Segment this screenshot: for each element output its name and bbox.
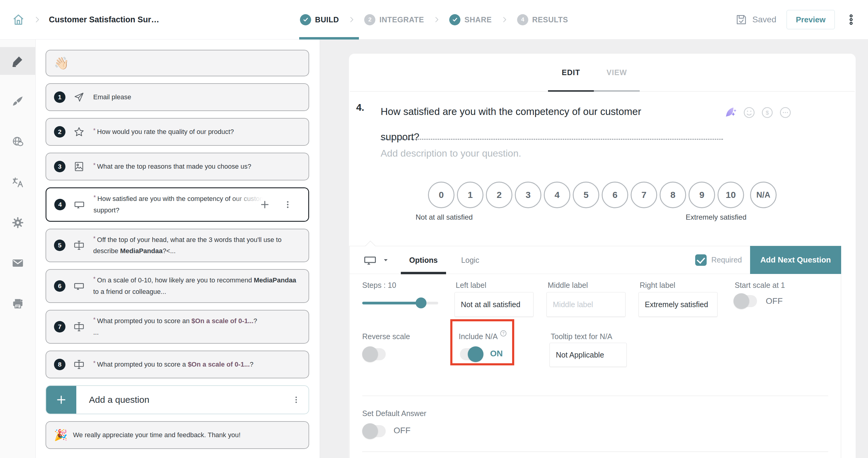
step-check-icon [300,14,311,25]
add-question-plus-block[interactable] [46,386,76,414]
dollar-icon[interactable]: $ [761,106,774,119]
include-na-toggle[interactable] [460,348,482,360]
question-card-5[interactable]: 5*Off the top of your head, what are the… [45,229,309,263]
slider-thumb[interactable] [415,298,427,308]
scale-option-N/A[interactable]: N/A [750,182,777,208]
question-card-1[interactable]: 1Email please [45,83,309,111]
help-icon[interactable]: ? [499,330,507,337]
start-scale-state: OFF [766,296,783,306]
required-toggle[interactable]: Required [695,246,742,274]
scale-option-5[interactable]: 5 [573,182,599,208]
sidebar-item-print[interactable] [0,289,36,317]
tab-edit[interactable]: EDIT [548,54,594,91]
scale-option-8[interactable]: 8 [660,182,686,208]
plus-icon [259,199,270,210]
question-card-6[interactable]: 6*On a scale of 0-10, how likely are you… [45,269,309,303]
opinion-scale-icon [73,280,85,292]
top-header: Customer Satisfaction Sur… BUILD2INTEGRA… [0,0,868,39]
plus-icon [55,394,67,406]
question-settings-card: Options Logic Required Add Next Question… [349,246,841,458]
step-integrate[interactable]: 2INTEGRATE [364,14,424,25]
add-question-after-button[interactable] [259,199,270,210]
pencil-icon [11,55,24,67]
svg-text:$: $ [766,110,769,116]
left-icon-rail [0,39,36,458]
sidebar-item-email[interactable] [0,249,36,277]
sidebar-item-build[interactable] [0,47,36,75]
step-results[interactable]: 4RESULTS [517,14,568,25]
survey-builder-app: { "colors": { "accent_teal": "#4f8f9a", … [0,0,868,458]
welcome-card[interactable]: 👋🏻 [45,50,309,76]
check-icon [302,16,309,24]
thank-you-card[interactable]: 🎉We really appreciate your time and feed… [45,421,309,449]
smiley-icon[interactable] [743,106,756,119]
sidebar-item-web[interactable] [0,128,36,156]
sidebar-item-translate[interactable] [0,169,36,196]
brush-icon [11,95,24,108]
kebab-icon [845,13,857,26]
question-card-7[interactable]: 7*What prompted you to score an $On a sc… [45,310,309,344]
scale-option-2[interactable]: 2 [486,182,513,208]
left-label-label: Left label [456,281,486,289]
steps-label: Steps : 10 [362,281,396,289]
step-share[interactable]: SHARE [450,14,492,25]
scale-option-0[interactable]: 0 [428,182,455,208]
thank-you-text: We really appreciate your time and feedb… [73,429,244,441]
scale-option-7[interactable]: 7 [631,182,657,208]
question-card-3[interactable]: 3*What are the top reasons that made you… [45,153,309,180]
start-scale-label: Start scale at 1 [735,281,785,289]
right-label-input[interactable] [639,292,717,317]
scale-option-6[interactable]: 6 [602,182,628,208]
question-number-badge: 1 [54,91,65,103]
red-highlight-annotation [450,319,514,365]
home-button[interactable] [11,13,25,27]
question-menu-button[interactable] [283,200,292,209]
scale-option-1[interactable]: 1 [457,182,484,208]
more-icon[interactable] [779,106,792,119]
reverse-scale-toggle[interactable] [364,348,386,360]
text-input-icon [73,240,85,251]
home-icon [11,13,25,27]
sidebar-item-settings[interactable] [0,209,36,237]
question-toolbar: $ [724,105,792,120]
question-card-4[interactable]: 4*How satisfied are you with the compete… [45,187,309,222]
required-checkbox[interactable] [695,254,707,266]
scale-option-4[interactable]: 4 [544,182,570,208]
scale-left-caption: Not at all satisfied [415,213,473,221]
chevron-right-icon [433,16,441,24]
add-question-menu-button[interactable] [292,395,301,404]
start-scale-toggle[interactable] [735,295,757,307]
survey-title[interactable]: Customer Satisfaction Sur… [49,15,159,25]
save-status-label: Saved [752,15,776,25]
text-input-icon [73,240,85,251]
set-default-toggle[interactable] [364,425,386,437]
more-icon [779,106,792,119]
question-type-selector[interactable] [363,246,390,274]
scale-option-10[interactable]: 10 [717,182,744,208]
tab-options[interactable]: Options [401,246,446,274]
left-label-input[interactable] [455,292,533,317]
required-asterisk: * [93,127,96,134]
scale-option-9[interactable]: 9 [688,182,715,208]
question-title[interactable]: How satisfied are you with the competenc… [381,99,672,150]
question-card-8[interactable]: 8*What prompted you to score a $On a sca… [45,350,309,378]
tooltip-na-input[interactable] [550,343,627,367]
ai-feather-icon[interactable] [724,105,738,120]
text-input-icon [73,321,85,333]
add-question-card[interactable]: Add a question [45,385,309,414]
tab-logic[interactable]: Logic [451,246,490,274]
scale-option-3[interactable]: 3 [515,182,541,208]
more-menu-button[interactable] [845,13,857,26]
opinion-scale-icon [73,199,85,210]
question-description-placeholder[interactable]: Add description to your question. [381,148,521,159]
steps-slider[interactable] [362,302,438,304]
preview-button[interactable]: Preview [786,10,835,29]
add-next-question-button[interactable]: Add Next Question [750,246,841,274]
sidebar-item-design[interactable] [0,88,36,115]
opinion-scale-icon [73,280,85,292]
question-card-text: *On a scale of 0-10, how likely are you … [93,275,301,298]
question-card-2[interactable]: 2*How would you rate the quality of our … [45,118,309,146]
step-build[interactable]: BUILD [300,14,339,25]
middle-label-input[interactable] [547,292,625,317]
tab-view[interactable]: VIEW [594,54,640,91]
